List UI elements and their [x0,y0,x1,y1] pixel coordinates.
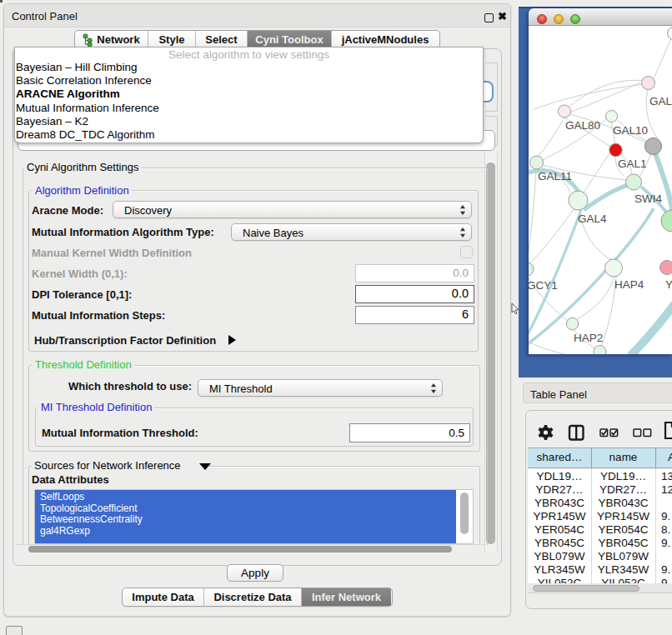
svg-text:HAP4: HAP4 [614,278,644,291]
svg-text:GAL7: GAL7 [649,95,672,108]
svg-text:Y: Y [665,278,672,291]
svg-text:GAL11: GAL11 [538,170,572,182]
svg-text:GAL4: GAL4 [578,212,607,225]
svg-text:GAL1: GAL1 [618,158,647,170]
svg-text:GCY1: GCY1 [529,279,558,292]
svg-text:SWI4: SWI4 [634,192,662,205]
svg-text:GAL10: GAL10 [613,124,648,137]
svg-text:GAL80: GAL80 [565,119,600,132]
svg-text:HAP2: HAP2 [574,332,603,344]
